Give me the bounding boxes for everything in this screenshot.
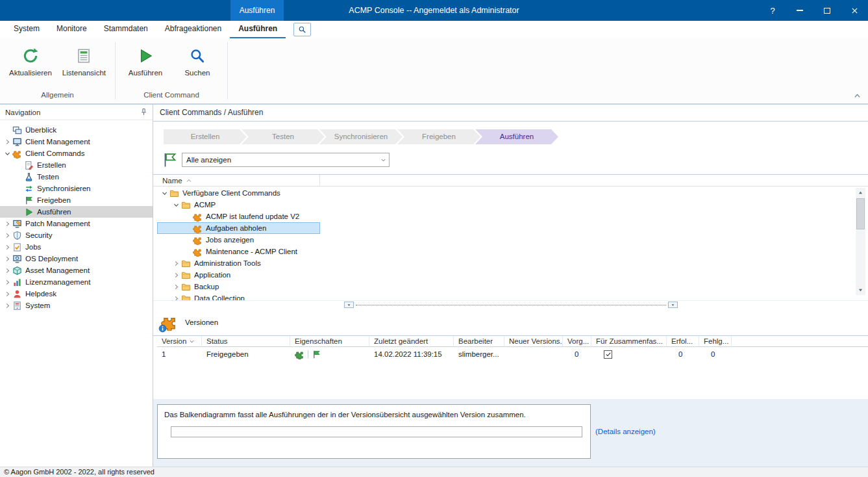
chevron-down-icon[interactable] [171, 200, 181, 210]
ribbon-button-suchen[interactable]: Suchen [173, 46, 222, 78]
ribbon-button-aktualisieren[interactable]: Aktualisieren [5, 46, 56, 78]
ribbon-button-label: Listenansicht [62, 69, 106, 77]
help-button[interactable]: ? [759, 0, 786, 21]
splitter-collapse-left-button[interactable] [344, 302, 354, 308]
ribbon-button-listenansicht[interactable]: Listenansicht [58, 46, 110, 78]
tree-row-application[interactable]: Application [157, 269, 320, 281]
sidebar-item-client-commands[interactable]: Client Commands [0, 148, 153, 159]
search-icon [189, 47, 206, 64]
step-testen[interactable]: Testen [242, 129, 325, 144]
versions-column-vorg[interactable]: Vorg... [563, 336, 591, 347]
sidebar-item-security[interactable]: Security [0, 229, 153, 241]
step-erstellen[interactable]: Erstellen [164, 129, 247, 144]
tree-row-backup[interactable]: Backup [157, 281, 320, 292]
tree-row-data-collection[interactable]: Data Collection [157, 292, 320, 301]
step-freigeben[interactable]: Freigeben [397, 129, 480, 144]
sidebar-item-asset-management[interactable]: Asset Management [0, 264, 153, 276]
sidebar-item-jobs[interactable]: Jobs [0, 241, 153, 253]
pin-icon[interactable] [140, 108, 148, 116]
jobs-icon [12, 242, 22, 252]
chevron-down-icon[interactable] [3, 149, 12, 159]
chevron-right-icon[interactable] [171, 259, 181, 268]
tree-row-jobs-anzeigen[interactable]: Jobs anzeigen [157, 234, 320, 246]
menu-item-monitore[interactable]: Monitore [48, 21, 95, 38]
versions-row[interactable]: 1Freigegeben14.02.2022 11:39:15slimberge… [157, 347, 868, 361]
menu-item-abfrageaktionen[interactable]: Abfrageaktionen [156, 21, 230, 38]
sidebar-item-patch-management[interactable]: Patch Management [0, 218, 153, 229]
chevron-right-icon[interactable] [3, 219, 12, 229]
versions-column-fehlg[interactable]: Fehlg... [699, 336, 732, 347]
chevron-right-icon[interactable] [3, 277, 12, 287]
tree-row-acmp-ist-laufend-update-v2[interactable]: ACMP ist laufend update V2 [157, 211, 320, 222]
chevron-right-icon[interactable] [171, 282, 181, 292]
sidebar-item-helpdesk[interactable]: Helpdesk [0, 288, 153, 300]
versions-column-version[interactable]: Version [157, 336, 202, 347]
versions-column-label: Status [206, 337, 228, 345]
step-ausführen[interactable]: Ausführen [475, 129, 558, 144]
titlebar: ACMP Console -- Angemeldet als Administr… [0, 0, 868, 21]
menu-item-system[interactable]: System [5, 21, 48, 38]
sidebar-item-os-deployment[interactable]: OS Deployment [0, 253, 153, 264]
step-synchronisieren[interactable]: Synchronisieren [319, 129, 403, 144]
ribbon-button-ausführen[interactable]: Ausführen [121, 46, 170, 78]
tree-row-maintenance-acmp-client[interactable]: Maintenance - ACMP Client [157, 246, 320, 257]
puzzle-icon [193, 235, 203, 245]
tree-row-verfügbare-client-commands[interactable]: Verfügbare Client Commands [157, 187, 320, 199]
details-link[interactable]: (Details anzeigen) [595, 428, 656, 435]
scrollbar-thumb[interactable] [856, 198, 865, 229]
chevron-right-icon[interactable] [171, 270, 181, 280]
tree-row-aufgaben-abholen[interactable]: Aufgaben abholen [157, 222, 320, 234]
titlebar-active-tab[interactable]: Ausführen [230, 0, 284, 21]
tree-row-acmp[interactable]: ACMP [157, 199, 320, 211]
expander-placeholder [183, 247, 193, 257]
tree-row-administration-tools[interactable]: Administration Tools [157, 257, 320, 269]
versions-column-status[interactable]: Status [202, 336, 290, 347]
chevron-down-icon[interactable] [160, 188, 169, 198]
chevron-right-icon[interactable] [3, 254, 12, 264]
ribbon-collapse-button[interactable] [851, 91, 863, 101]
menu-item-stammdaten[interactable]: Stammdaten [95, 21, 156, 38]
versions-column-für-zusammenfas[interactable]: Für Zusammenfas... [591, 336, 667, 347]
sidebar-item-synchronisieren[interactable]: Synchronisieren [0, 183, 153, 194]
chevron-right-icon[interactable] [3, 289, 12, 299]
sidebar-item-client-management[interactable]: Client Management [0, 136, 153, 148]
versions-column-label: Fehlg... [704, 337, 728, 345]
tree-column-name[interactable]: Name [157, 175, 320, 186]
versions-column-neuer-versions[interactable]: Neuer Versions... [504, 336, 563, 347]
menu-search-button[interactable] [293, 23, 311, 36]
dropdown-arrow[interactable] [377, 153, 389, 166]
sidebar-item-system[interactable]: System [0, 300, 153, 311]
versions-column-bearbeiter[interactable]: Bearbeiter [454, 336, 504, 347]
zusammenfassung-checkbox[interactable] [604, 350, 612, 359]
chevron-right-icon[interactable] [3, 266, 12, 276]
summary-panel: Das Balkendiagramm fasst alle Ausführung… [153, 399, 868, 467]
sidebar-item-label: Synchronisieren [37, 185, 90, 192]
tree-row-label: ACMP ist laufend update V2 [206, 213, 299, 220]
chevron-right-icon[interactable] [171, 294, 181, 302]
minimize-button[interactable] [786, 0, 813, 21]
sidebar-item-überblick[interactable]: Überblick [0, 124, 153, 136]
tree-scrollbar[interactable] [856, 188, 865, 295]
sidebar-item-erstellen[interactable]: Erstellen [0, 159, 153, 171]
chevron-right-icon[interactable] [3, 231, 12, 240]
menu-item-ausführen[interactable]: Ausführen [230, 21, 286, 38]
sidebar-item-freigeben[interactable]: Freigeben [0, 194, 153, 206]
sidebar-item-testen[interactable]: Testen [0, 171, 153, 183]
expander-placeholder [14, 207, 24, 217]
sidebar-item-ausführen[interactable]: Ausführen [0, 206, 153, 218]
versions-column-erfol[interactable]: Erfol... [667, 336, 699, 347]
versions-column-zuletzt-geändert[interactable]: Zuletzt geändert [369, 336, 454, 347]
scroll-down-button[interactable] [856, 285, 865, 295]
chevron-right-icon[interactable] [3, 137, 12, 147]
close-button[interactable] [841, 0, 868, 21]
chevron-right-icon[interactable] [3, 242, 12, 252]
scroll-up-button[interactable] [856, 188, 865, 198]
chevron-right-icon[interactable] [3, 301, 12, 311]
maximize-icon [824, 8, 830, 14]
sidebar-item-lizenzmanagement[interactable]: Lizenzmanagement [0, 276, 153, 288]
splitter-collapse-right-button[interactable] [668, 302, 678, 308]
splitter[interactable] [153, 301, 868, 309]
filter-dropdown[interactable]: Alle anzeigen [182, 153, 390, 167]
versions-column-eigenschaften[interactable]: Eigenschaften [290, 336, 369, 347]
maximize-button[interactable] [813, 0, 841, 21]
